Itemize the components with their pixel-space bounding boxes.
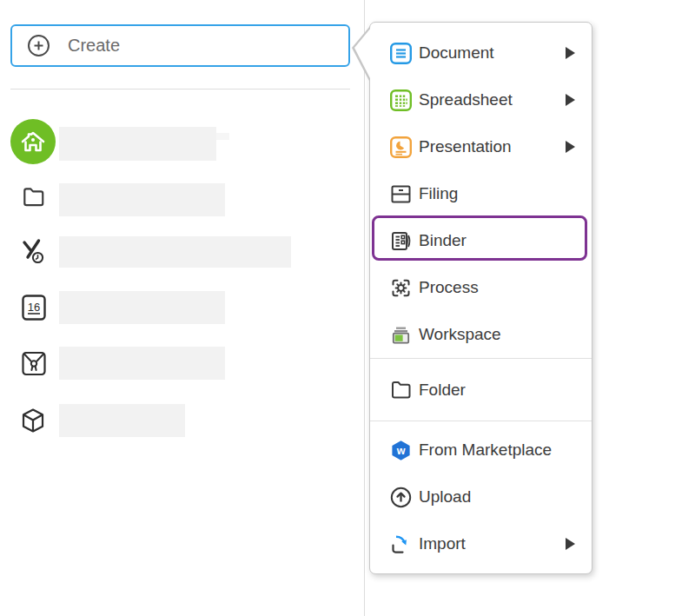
import-icon <box>389 533 413 556</box>
menu-item-presentation[interactable]: Presentation <box>370 123 592 170</box>
binder-icon <box>389 229 413 253</box>
menu-item-label: Document <box>419 43 566 63</box>
presentation-icon <box>389 136 413 159</box>
menu-item-filing[interactable]: Filing <box>370 170 592 217</box>
menu-item-document[interactable]: Document <box>370 30 592 76</box>
menu-item-label: Folder <box>419 381 575 400</box>
menu-item-import[interactable]: Import <box>370 520 592 567</box>
menu-group-documents: Document Spreadsheet <box>370 30 592 358</box>
create-button[interactable]: Create <box>10 24 350 67</box>
menu-item-folder[interactable]: Folder <box>370 359 592 421</box>
menu-item-label: Upload <box>419 487 575 507</box>
sidebar-divider <box>10 89 350 89</box>
app-window: Create 16 <box>0 0 695 616</box>
menu-item-from-marketplace[interactable]: w From Marketplace <box>370 427 592 474</box>
history-icon <box>20 237 48 267</box>
filing-icon <box>389 182 413 206</box>
marketplace-icon: w <box>389 439 413 462</box>
menu-item-workspace[interactable]: Workspace <box>370 311 592 358</box>
certificate-envelope-icon <box>21 350 47 377</box>
placeholder-bar <box>59 236 291 268</box>
menu-item-label: Filing <box>419 184 575 203</box>
spreadsheet-icon <box>389 89 413 112</box>
svg-text:w: w <box>396 445 406 457</box>
menu-item-upload[interactable]: Upload <box>370 474 592 520</box>
submenu-arrow-icon <box>566 141 575 153</box>
menu-group-folder: Folder <box>370 359 592 421</box>
create-dropdown-menu: Document Spreadsheet <box>369 22 592 574</box>
placeholder-bar <box>59 127 216 161</box>
submenu-arrow-icon <box>566 94 575 106</box>
menu-item-binder[interactable]: Binder <box>370 217 592 264</box>
menu-item-label: Process <box>419 278 575 297</box>
menu-item-label: Workspace <box>419 325 575 344</box>
create-button-label: Create <box>68 36 120 56</box>
workspace-icon <box>389 323 413 347</box>
folder-icon <box>389 378 413 401</box>
cube-icon <box>21 407 45 434</box>
menu-item-label: Import <box>419 534 566 553</box>
submenu-arrow-icon <box>566 538 575 550</box>
placeholder-bar <box>59 347 225 380</box>
menu-item-label: Presentation <box>419 137 566 156</box>
upload-icon <box>389 486 413 509</box>
home-icon <box>10 119 56 164</box>
menu-item-spreadsheet[interactable]: Spreadsheet <box>370 76 592 123</box>
sidebar-border-line <box>364 0 365 616</box>
menu-group-sources: w From Marketplace Upload <box>370 421 592 567</box>
placeholder-bar <box>59 291 225 324</box>
calendar-icon: 16 <box>21 294 47 321</box>
process-icon <box>389 276 413 300</box>
svg-text:16: 16 <box>28 301 40 314</box>
placeholder-bar <box>59 183 225 216</box>
menu-item-label: Binder <box>419 231 575 250</box>
document-icon <box>389 42 413 65</box>
placeholder-bar <box>216 133 229 140</box>
plus-circle-icon <box>27 34 50 57</box>
submenu-arrow-icon <box>566 47 575 59</box>
placeholder-bar <box>59 404 185 437</box>
menu-item-label: From Marketplace <box>419 440 575 460</box>
folder-icon <box>21 184 46 209</box>
menu-item-label: Spreadsheet <box>419 90 566 109</box>
menu-item-process[interactable]: Process <box>370 264 592 311</box>
